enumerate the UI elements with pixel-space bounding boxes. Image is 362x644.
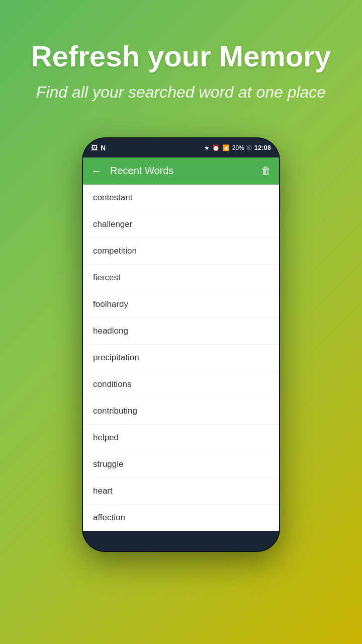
phone-screen: ← Recent Words 🗑 contestantchallengercom… bbox=[83, 157, 279, 531]
hero-section: Refresh your Memory Find all your search… bbox=[0, 0, 362, 123]
app-toolbar: ← Recent Words 🗑 bbox=[83, 157, 279, 185]
list-item[interactable]: struggle bbox=[83, 451, 279, 478]
hero-subtitle: Find all your searched word at one place bbox=[20, 82, 342, 103]
list-item[interactable]: contributing bbox=[83, 398, 279, 425]
word-list: contestantchallengercompetitionfiercestf… bbox=[83, 185, 279, 531]
list-item[interactable]: headlong bbox=[83, 318, 279, 345]
list-item[interactable]: contestant bbox=[83, 185, 279, 211]
list-item[interactable]: helped bbox=[83, 425, 279, 451]
list-item[interactable]: fiercest bbox=[83, 265, 279, 291]
delete-button[interactable]: 🗑 bbox=[261, 165, 271, 177]
time-text: 12:08 bbox=[254, 144, 271, 151]
notification-icon: N bbox=[101, 144, 106, 152]
toolbar-title: Recent Words bbox=[110, 165, 261, 177]
list-item[interactable]: competition bbox=[83, 238, 279, 265]
status-left-icons: 🖼 N bbox=[91, 144, 106, 152]
status-right-icons: ★ ⏰ 📶 20% ⦾ 12:08 bbox=[204, 144, 271, 151]
signal-icon: 📶 bbox=[222, 144, 230, 151]
list-item[interactable]: challenger bbox=[83, 211, 279, 238]
bluetooth-icon: ★ bbox=[204, 144, 210, 151]
list-item[interactable]: precipitation bbox=[83, 345, 279, 371]
list-item[interactable]: heart bbox=[83, 478, 279, 505]
list-item[interactable]: foolhardy bbox=[83, 291, 279, 318]
photo-icon: 🖼 bbox=[91, 144, 98, 151]
battery-icon: ⦾ bbox=[247, 144, 252, 151]
list-item[interactable]: conditions bbox=[83, 371, 279, 398]
list-item[interactable]: affection bbox=[83, 505, 279, 531]
phone-mockup: 🖼 N ★ ⏰ 📶 20% ⦾ 12:08 ← Recent Words 🗑 bbox=[83, 138, 279, 551]
hero-title: Refresh your Memory bbox=[20, 40, 342, 72]
back-button[interactable]: ← bbox=[91, 165, 102, 178]
alarm-icon: ⏰ bbox=[212, 144, 220, 151]
status-bar: 🖼 N ★ ⏰ 📶 20% ⦾ 12:08 bbox=[83, 138, 279, 157]
phone-bottom-bar bbox=[83, 531, 279, 551]
battery-text: 20% bbox=[232, 144, 244, 151]
phone-outer: 🖼 N ★ ⏰ 📶 20% ⦾ 12:08 ← Recent Words 🗑 bbox=[83, 138, 279, 551]
